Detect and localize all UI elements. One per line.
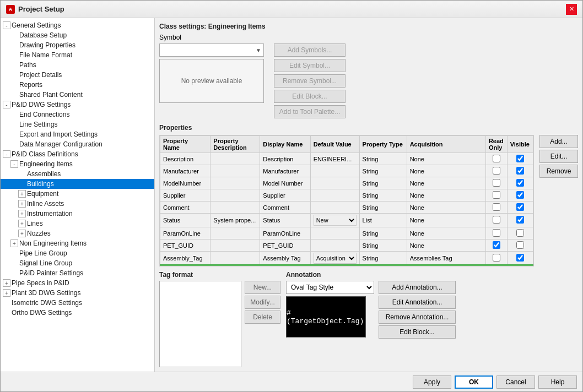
apply-button[interactable]: Apply: [413, 375, 451, 389]
cell-display-name: Assembly Tag: [260, 252, 310, 265]
visible-checkbox[interactable]: [516, 216, 524, 224]
properties-header: Properties: [159, 124, 578, 135]
visible-checkbox[interactable]: [516, 229, 524, 237]
visible-checkbox[interactable]: [516, 254, 524, 262]
help-button[interactable]: Help: [538, 375, 577, 389]
read-only-checkbox[interactable]: [493, 203, 500, 211]
edit-block-button[interactable]: Edit Block...: [274, 90, 346, 103]
annotation-style-dropdown[interactable]: Oval Tag Style: [286, 281, 374, 294]
table-row[interactable]: ModelNumberModel NumberStringNone: [160, 177, 533, 189]
visible-checkbox[interactable]: [516, 241, 524, 249]
table-row[interactable]: ParamOnLineParamOnLineStringNone: [160, 227, 533, 239]
tree-item-equipment[interactable]: +Equipment: [1, 189, 154, 199]
edit-annotation-button[interactable]: Edit Annotation...: [379, 296, 456, 309]
new-tag-button[interactable]: New...: [245, 281, 280, 294]
tree-item-plant-3d[interactable]: +Plant 3D DWG Settings: [1, 288, 154, 298]
tree-item-paths[interactable]: Paths: [1, 60, 154, 70]
expander-nozzles[interactable]: +: [18, 230, 26, 237]
tree-item-line-settings[interactable]: Line Settings: [1, 119, 154, 129]
expander-general-settings[interactable]: -: [3, 21, 10, 29]
default-value-dropdown[interactable]: Acquisition: [314, 253, 357, 264]
expander-pid-dwg-settings[interactable]: -: [3, 101, 10, 108]
expander-instrumentation[interactable]: +: [18, 210, 26, 217]
remove-annotation-button[interactable]: Remove Annotation...: [379, 311, 456, 324]
default-value-dropdown[interactable]: New: [314, 215, 357, 226]
tree-item-general-settings[interactable]: -General Settings: [1, 20, 154, 30]
add-property-button[interactable]: Add...: [539, 135, 578, 148]
read-only-checkbox[interactable]: [493, 179, 500, 187]
tree-item-buildings[interactable]: Buildings: [1, 179, 154, 189]
tree-item-pid-dwg-settings[interactable]: -P&ID DWG Settings: [1, 100, 154, 110]
tree-item-end-connections[interactable]: End Connections: [1, 110, 154, 119]
cancel-button[interactable]: Cancel: [496, 375, 535, 389]
read-only-checkbox[interactable]: [493, 216, 500, 224]
tree-item-lines[interactable]: +Lines: [1, 219, 154, 228]
read-only-checkbox[interactable]: [493, 241, 500, 249]
add-to-palette-button[interactable]: Add to Tool Palette...: [274, 105, 346, 118]
visible-checkbox[interactable]: [516, 191, 524, 199]
cell-default-value: [310, 239, 359, 252]
add-symbols-button[interactable]: Add Symbols...: [274, 43, 346, 57]
tree-item-reports[interactable]: Reports: [1, 80, 154, 90]
read-only-checkbox[interactable]: [493, 155, 500, 162]
visible-checkbox[interactable]: [516, 167, 524, 175]
tree-label-assemblies: Assemblies: [27, 170, 61, 178]
visible-checkbox[interactable]: [516, 155, 524, 162]
add-annotation-button[interactable]: Add Annotation...: [379, 281, 456, 294]
table-row[interactable]: Assembly_TagAssembly TagAcquisitionStrin…: [160, 252, 533, 265]
edit-property-button[interactable]: Edit...: [539, 150, 578, 163]
table-row[interactable]: PET_GUIDPET_GUIDStringNone: [160, 239, 533, 252]
tree-item-isometric[interactable]: Isometric DWG Settings: [1, 298, 154, 308]
tree-item-drawing-properties[interactable]: Drawing Properties: [1, 40, 154, 50]
remove-property-button[interactable]: Remove: [539, 165, 578, 178]
expander-plant-3d[interactable]: +: [3, 289, 10, 297]
tree-item-nozzles[interactable]: +Nozzles: [1, 228, 154, 238]
tree-item-pid-painter[interactable]: P&ID Painter Settings: [1, 268, 154, 278]
read-only-checkbox[interactable]: [493, 254, 500, 262]
expander-engineering-items[interactable]: -: [10, 160, 18, 168]
expander-equipment[interactable]: +: [18, 190, 26, 198]
tree-item-export-import[interactable]: Export and Import Settings: [1, 129, 154, 139]
edit-block-annotation-button[interactable]: Edit Block...: [379, 325, 456, 339]
tree-item-database-setup[interactable]: Database Setup: [1, 30, 154, 40]
read-only-checkbox[interactable]: [493, 229, 500, 237]
expander-pid-class-defs[interactable]: -: [3, 150, 10, 158]
tree-item-pipe-specs[interactable]: +Pipe Specs in P&ID: [1, 278, 154, 288]
table-row[interactable]: SupplierSupplierStringNone: [160, 189, 533, 202]
read-only-checkbox[interactable]: [493, 191, 500, 199]
tree-item-non-engineering[interactable]: +Non Engineering Items: [1, 238, 154, 248]
tree-item-inline-assets[interactable]: +Inline Assets: [1, 199, 154, 209]
tree-item-data-manager[interactable]: Data Manager Configuration: [1, 139, 154, 149]
tree-item-assemblies[interactable]: Assemblies: [1, 169, 154, 179]
table-row[interactable]: DescriptionDescriptionENGINEERI...String…: [160, 153, 533, 165]
expander-non-engineering[interactable]: +: [10, 239, 18, 247]
close-button[interactable]: ✕: [566, 4, 577, 15]
table-row[interactable]: ACQ_Building...ACQ_Building...Acquisitio…: [160, 265, 533, 267]
tree-item-ortho[interactable]: Ortho DWG Settings: [1, 308, 154, 318]
visible-checkbox[interactable]: [516, 179, 524, 187]
table-row[interactable]: CommentCommentStringNone: [160, 202, 533, 214]
visible-checkbox[interactable]: [516, 203, 524, 211]
expander-lines[interactable]: +: [18, 220, 26, 227]
symbol-preview: No preview available: [159, 59, 264, 103]
edit-symbol-button[interactable]: Edit Symbol...: [274, 59, 346, 72]
expander-inline-assets[interactable]: +: [18, 200, 26, 208]
table-row[interactable]: StatusSystem prope...StatusNewListNone: [160, 214, 533, 227]
delete-tag-button[interactable]: Delete: [245, 311, 280, 324]
tree-item-project-details[interactable]: Project Details: [1, 70, 154, 80]
tree-item-instrumentation[interactable]: +Instrumentation: [1, 209, 154, 219]
remove-symbol-button[interactable]: Remove Symbol...: [274, 74, 346, 88]
modify-tag-button[interactable]: Modify...: [245, 296, 280, 309]
read-only-checkbox[interactable]: [493, 167, 500, 175]
symbol-dropdown[interactable]: ▼: [159, 43, 264, 57]
ok-button[interactable]: OK: [455, 375, 493, 389]
tree-item-signal-line-group[interactable]: Signal Line Group: [1, 258, 154, 268]
tree-item-pipe-line-group[interactable]: Pipe Line Group: [1, 248, 154, 258]
tree-item-pid-class-defs[interactable]: -P&ID Class Definitions: [1, 149, 154, 159]
tree-item-engineering-items[interactable]: -Engineering Items: [1, 159, 154, 169]
col-header-display-name: Display Name: [260, 136, 310, 153]
tree-item-file-name-format[interactable]: File Name Format: [1, 50, 154, 60]
expander-pipe-specs[interactable]: +: [3, 279, 10, 287]
tree-item-shared-plant-content[interactable]: Shared Plant Content: [1, 90, 154, 100]
table-row[interactable]: ManufacturerManufacturerStringNone: [160, 165, 533, 177]
